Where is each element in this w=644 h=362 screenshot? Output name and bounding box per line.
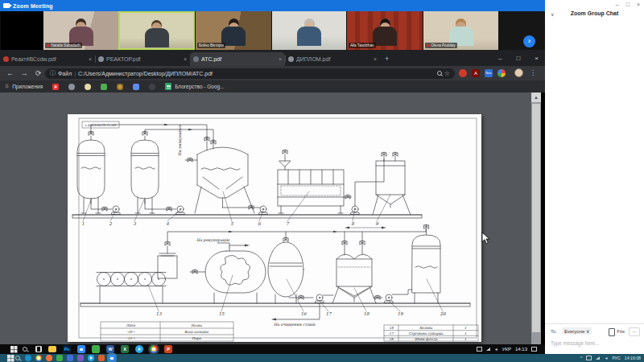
- tray-expand-icon[interactable]: ^: [580, 356, 582, 360]
- yellow-bookmark-icon[interactable]: [85, 84, 91, 90]
- gold-ring-bookmark-icon[interactable]: [117, 84, 123, 90]
- powerpoint-icon[interactable]: P: [164, 345, 172, 353]
- participant-video[interactable]: Бойко Вікторія: [195, 11, 271, 50]
- telegram-icon[interactable]: [135, 345, 143, 353]
- zoom-active-icon[interactable]: [109, 355, 115, 361]
- excel-icon[interactable]: X: [121, 345, 129, 353]
- start-icon[interactable]: [4, 355, 10, 361]
- browser-tab[interactable]: Реакт#ВСсdw.pdf×: [0, 52, 95, 66]
- chat-message-input[interactable]: Type message here...: [551, 340, 600, 346]
- participant-video[interactable]: [271, 11, 346, 50]
- telegram-icon[interactable]: [88, 355, 94, 361]
- bookmark-star-icon[interactable]: ☆: [444, 70, 450, 77]
- acrobat-extension-icon[interactable]: A: [472, 69, 480, 77]
- spec-cell: 1: [464, 337, 467, 341]
- participant-video[interactable]: Natalia Sabadash: [43, 11, 118, 50]
- local-tray: ^ ◄ РУС 14:16:08: [580, 355, 641, 361]
- scroll-up-icon[interactable]: ▲: [531, 93, 541, 102]
- tray-clock[interactable]: 14:13: [515, 347, 527, 352]
- pdf-scrollbar[interactable]: ▲: [531, 93, 541, 344]
- local-taskbar: ^ ◄ РУС 14:16:08: [0, 354, 644, 362]
- spec-cell: 17: [389, 331, 394, 335]
- participant-video[interactable]: [0, 11, 43, 50]
- file-attach-label[interactable]: File: [617, 329, 625, 334]
- search-icon[interactable]: [21, 345, 29, 353]
- close-button[interactable]: ×: [637, 2, 640, 7]
- info-icon[interactable]: ⓘ: [50, 69, 56, 77]
- chrome-icon[interactable]: [35, 355, 42, 361]
- callout: 9: [375, 221, 378, 226]
- muted-mic-icon: [427, 44, 430, 47]
- forward-button[interactable]: →: [21, 69, 28, 77]
- participant-video[interactable]: Olena Podolay: [423, 11, 498, 50]
- maximize-button[interactable]: □: [516, 55, 520, 62]
- chat-recipient-dropdown[interactable]: Everyone ∨: [562, 327, 592, 335]
- scrollbar-thumb[interactable]: [532, 104, 540, 332]
- minimize-button[interactable]: –: [498, 55, 502, 62]
- minimize-button[interactable]: –: [616, 2, 619, 7]
- photoshop-icon[interactable]: Ps: [63, 345, 71, 353]
- tab-close-icon[interactable]: ×: [89, 56, 92, 62]
- profile-bookmark-icon[interactable]: [68, 84, 75, 90]
- tray-language[interactable]: РУС: [612, 356, 620, 360]
- file-attach-icon[interactable]: [609, 328, 615, 336]
- browser-tab[interactable]: РЕАКТОР.pdf×: [95, 52, 190, 66]
- notification-icon[interactable]: [531, 347, 537, 352]
- youtube-bookmark-icon[interactable]: [52, 84, 59, 90]
- new-badge-extension-icon[interactable]: New: [485, 69, 493, 77]
- sheets-bookmark-icon[interactable]: [165, 83, 171, 90]
- chrome-icon[interactable]: [150, 345, 158, 353]
- tab-close-icon[interactable]: ×: [279, 56, 282, 62]
- new-tab-button[interactable]: +: [385, 55, 389, 63]
- file-explorer-icon[interactable]: [48, 346, 56, 352]
- task-view-icon[interactable]: [35, 346, 42, 352]
- zoom-app-icon[interactable]: [77, 345, 85, 353]
- orange-app-icon[interactable]: [98, 355, 105, 361]
- chat-more-button[interactable]: ⋯: [629, 327, 640, 336]
- word-icon[interactable]: W: [106, 345, 114, 353]
- participant-video[interactable]: [118, 11, 195, 50]
- legend-cell: –10→: [126, 330, 135, 334]
- bookmark-label[interactable]: Блогерство - Goog...: [175, 84, 224, 89]
- profile-avatar[interactable]: [514, 68, 523, 77]
- back-button[interactable]: ←: [6, 69, 14, 77]
- reload-button[interactable]: ⟳: [35, 69, 42, 77]
- tab-close-icon[interactable]: ×: [184, 56, 187, 62]
- chat-title: Zoom Group Chat: [545, 10, 644, 16]
- callout: 8: [351, 221, 354, 226]
- zoom-title-bar: Zoom Meeting: [0, 0, 545, 11]
- search-icon[interactable]: [437, 71, 442, 76]
- blue-app-icon[interactable]: [67, 355, 73, 361]
- browser-tab[interactable]: ДИПЛОМ.pdf×: [285, 52, 380, 66]
- adblock-extension-icon[interactable]: [459, 69, 467, 77]
- bookmarks-bar: ⠿ Приложения Блогерство - Goog...: [0, 80, 545, 93]
- edge-icon[interactable]: [25, 355, 31, 361]
- browser-tab[interactable]: ATC.pdf×: [190, 52, 285, 66]
- participant-video[interactable]: Alla Tavolzhan: [346, 11, 423, 50]
- spec-cell: Стрічкова сушарка: [409, 331, 444, 335]
- firefox-icon[interactable]: [46, 355, 52, 361]
- purple-app-icon[interactable]: [77, 355, 84, 361]
- legend-header: Лінія: [126, 323, 135, 327]
- apps-grid-icon[interactable]: ⠿: [5, 84, 9, 90]
- tray-language[interactable]: УКР: [502, 347, 511, 352]
- search-icon[interactable]: [14, 355, 21, 361]
- close-button[interactable]: ×: [535, 55, 539, 62]
- tab-close-icon[interactable]: ×: [374, 56, 377, 62]
- next-videos-button[interactable]: ›: [523, 35, 535, 47]
- apps-label[interactable]: Приложения: [12, 84, 43, 89]
- green-app-icon[interactable]: [92, 345, 100, 353]
- maximize-button[interactable]: □: [626, 2, 630, 7]
- green-bookmark-icon[interactable]: [101, 84, 107, 90]
- address-bar[interactable]: ⓘ Файл | C:/Users/Администратор/Desktop/…: [45, 68, 455, 79]
- green-app-icon[interactable]: [56, 355, 63, 361]
- blue-bookmark-icon[interactable]: [133, 84, 139, 90]
- chat-window-controls: – □ ×: [616, 2, 640, 7]
- tray-clock[interactable]: 14:16:08: [625, 356, 641, 360]
- spec-cell: 16: [389, 337, 394, 341]
- legend-header: Назва: [191, 323, 202, 327]
- browser-menu-icon[interactable]: ⋮: [530, 69, 536, 76]
- dark-bookmark-icon[interactable]: [149, 84, 155, 90]
- colorful-extension-icon[interactable]: [497, 69, 506, 77]
- start-icon[interactable]: [6, 345, 14, 353]
